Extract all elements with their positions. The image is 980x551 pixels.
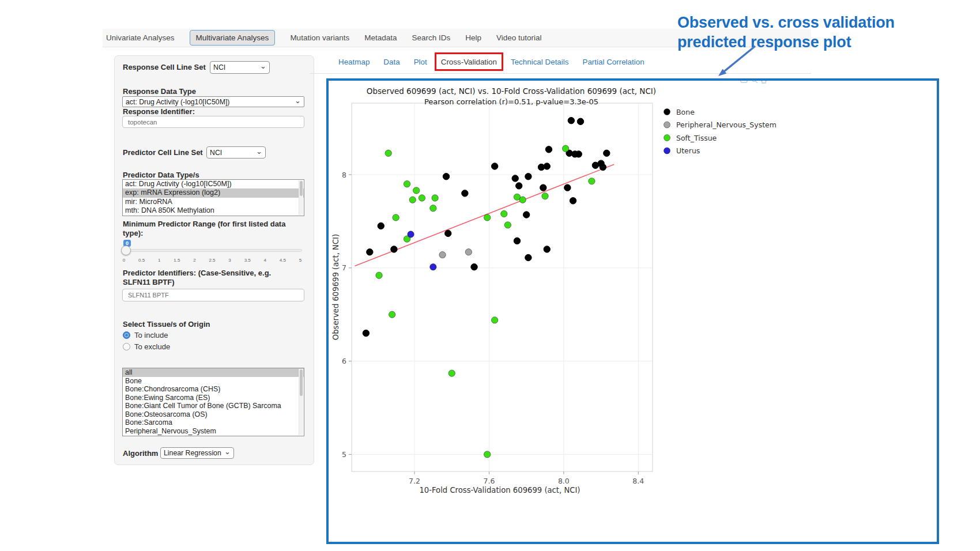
nav-item-mutation-variants[interactable]: Mutation variants — [290, 33, 349, 42]
data-point-soft-tissue — [484, 451, 491, 458]
slider-tick-label: 1 — [158, 258, 160, 263]
legend-marker-uterus — [664, 148, 670, 154]
data-point-bone — [491, 163, 497, 169]
cross-validation-plot: 56787.27.68.08.4Observed 609699 (act, NC… — [326, 78, 939, 544]
nav-item-univariate-analyses[interactable]: Univariate Analyses — [106, 33, 175, 42]
algorithm-label: Algorithm — [123, 449, 158, 458]
annotation-callout-line1: Observed vs. cross validation — [677, 13, 895, 32]
sidebar-form: Response Cell Line Set NCI ⌄ Response Da… — [114, 55, 314, 465]
nav-item-help[interactable]: Help — [465, 33, 481, 42]
legend-marker-soft-tissue — [664, 135, 670, 141]
tab-cross-validation[interactable]: Cross-Validation — [441, 56, 497, 67]
tab-data[interactable]: Data — [383, 56, 399, 67]
predictor-datatype-listbox[interactable]: act: Drug Activity (-log10[IC50M])exp: m… — [122, 179, 304, 216]
data-point-bone — [462, 190, 468, 197]
tab-heatmap[interactable]: Heatmap — [338, 56, 370, 67]
response-cell-line-set-select[interactable]: NCI ⌄ — [210, 61, 270, 74]
data-point-bone — [525, 254, 532, 261]
response-identifier-input[interactable]: topotecan — [122, 116, 304, 128]
legend-marker-peripheral-nervous-system — [664, 122, 670, 128]
tissue-listbox[interactable]: allBoneBone:Chondrosarcoma (CHS)Bone:Ewi… — [122, 368, 304, 436]
data-point-bone — [564, 184, 571, 191]
scrollbar[interactable] — [299, 180, 303, 215]
data-point-bone — [544, 246, 550, 252]
slider-tick-label: 2 — [193, 258, 195, 263]
nav-item-multivariate-analyses[interactable]: Multivariate Analyses — [190, 30, 276, 46]
nav-item-video-tutorial[interactable]: Video tutorial — [496, 33, 542, 42]
list-option-all[interactable]: all — [123, 368, 304, 377]
min-predictor-range-slider[interactable] — [122, 249, 302, 252]
data-point-bone — [514, 237, 520, 244]
predictor-cell-line-set-select[interactable]: NCI ⌄ — [206, 146, 266, 158]
algorithm-select[interactable]: Linear Regression ⌄ — [160, 447, 234, 459]
legend-label-soft-tissue: Soft_Tissue — [676, 134, 717, 142]
list-option-mth-dna-850k-methylation[interactable]: mth: DNA 850K Methylation — [123, 206, 304, 215]
list-option-bone-sarcoma[interactable]: Bone:Sarcoma — [123, 418, 304, 427]
scrollbar[interactable] — [299, 369, 303, 435]
data-point-bone — [471, 263, 477, 270]
y-tick-label: 6 — [342, 357, 346, 365]
tissue-include-radio[interactable]: To include — [123, 331, 168, 339]
response-cell-line-set-label: Response Cell Line Set — [123, 63, 206, 72]
list-option-peripheral-nervous-system[interactable]: Peripheral_Nervous_System — [123, 427, 304, 436]
list-option-bone[interactable]: Bone — [123, 377, 304, 386]
radio-selected-icon — [123, 331, 130, 339]
list-option-bone-ewing-sarcoma-es[interactable]: Bone:Ewing Sarcoma (ES) — [123, 394, 304, 402]
tab-partial-correlation[interactable]: Partial Correlation — [582, 56, 644, 67]
tab-plot[interactable]: Plot — [414, 56, 427, 67]
data-point-bone — [391, 246, 397, 252]
list-option-mir-microrna[interactable]: mir: MicroRNA — [123, 198, 304, 206]
data-point-soft-tissue — [589, 178, 595, 184]
data-point-bone — [363, 330, 369, 336]
y-axis-title: Observed 609699 (act, NCI) — [331, 234, 340, 340]
data-point-soft-tissue — [448, 370, 455, 376]
data-point-peripheral-nervous-system — [465, 249, 472, 255]
data-point-bone — [545, 146, 552, 153]
chevron-down-icon: ⌄ — [295, 98, 301, 104]
radio-unselected-icon — [123, 343, 130, 350]
tissue-exclude-radio[interactable]: To exclude — [123, 342, 170, 351]
min-predictor-range-label: Minimum Predictor Range (for first liste… — [123, 220, 296, 238]
slider-tick-label: 0 — [123, 258, 125, 263]
list-option-act-drug-activity-log10-ic50m[interactable]: act: Drug Activity (-log10[IC50M]) — [123, 180, 304, 188]
slider-tick-label: 3 — [228, 258, 231, 263]
y-tick-label: 5 — [342, 450, 346, 459]
data-point-soft-tissue — [519, 197, 526, 203]
list-option-bone-chondrosarcoma-chs[interactable]: Bone:Chondrosarcoma (CHS) — [123, 385, 304, 394]
data-point-soft-tissue — [562, 145, 568, 152]
chart-subtitle: Pearson correlation (r)=0.51, p-value=3.… — [424, 97, 598, 106]
x-tick-label: 7.6 — [483, 477, 495, 485]
x-tick-label: 8.4 — [632, 477, 644, 485]
response-identifier-label: Response Identifier: — [123, 107, 195, 116]
list-option-bone-osteosarcoma-os[interactable]: Bone:Osteosarcoma (OS) — [123, 410, 304, 419]
data-point-bone — [540, 184, 546, 191]
nav-item-metadata[interactable]: Metadata — [364, 33, 397, 42]
data-point-bone — [516, 183, 522, 189]
result-tabs: HeatmapDataPlotCross-ValidationTechnical… — [338, 56, 644, 67]
nav-item-search-ids[interactable]: Search IDs — [412, 33, 450, 42]
chart-title: Observed 609699 (act, NCI) vs. 10-Fold C… — [367, 86, 656, 96]
data-point-peripheral-nervous-system — [439, 251, 446, 258]
cross-validation-highlight-box — [435, 52, 503, 71]
data-point-uterus — [408, 231, 414, 237]
response-data-type-select[interactable]: act: Drug Activity (-log10[IC50M]) ⌄ — [122, 96, 304, 107]
data-point-bone — [443, 173, 449, 180]
arrow-shaft — [724, 46, 755, 71]
legend-marker-bone — [664, 109, 670, 115]
chevron-down-icon: ⌄ — [256, 149, 262, 154]
slider-tick-label: 0.5 — [138, 258, 145, 263]
chevron-down-icon: ⌄ — [260, 63, 266, 69]
list-option-exp-mrna-expression-log2[interactable]: exp: mRNA Expression (log2) — [123, 188, 304, 197]
data-point-soft-tissue — [432, 195, 438, 201]
list-option-bone-giant-cell-tumor-of-bone-gctb-sarcoma[interactable]: Bone:Giant Cell Tumor of Bone (GCTB) Sar… — [123, 402, 304, 410]
data-point-bone — [544, 163, 550, 169]
data-point-bone — [367, 249, 373, 255]
data-point-bone — [575, 151, 582, 157]
slider-tick-label: 4 — [264, 258, 266, 263]
legend-label-uterus: Uterus — [676, 146, 700, 155]
slider-tick-label: 3.5 — [244, 258, 251, 263]
tab-technical-details[interactable]: Technical Details — [511, 56, 568, 67]
slider-handle[interactable] — [121, 246, 131, 255]
predictor-identifiers-input[interactable]: SLFN11 BPTF — [122, 289, 304, 301]
plot-frame — [352, 103, 653, 471]
